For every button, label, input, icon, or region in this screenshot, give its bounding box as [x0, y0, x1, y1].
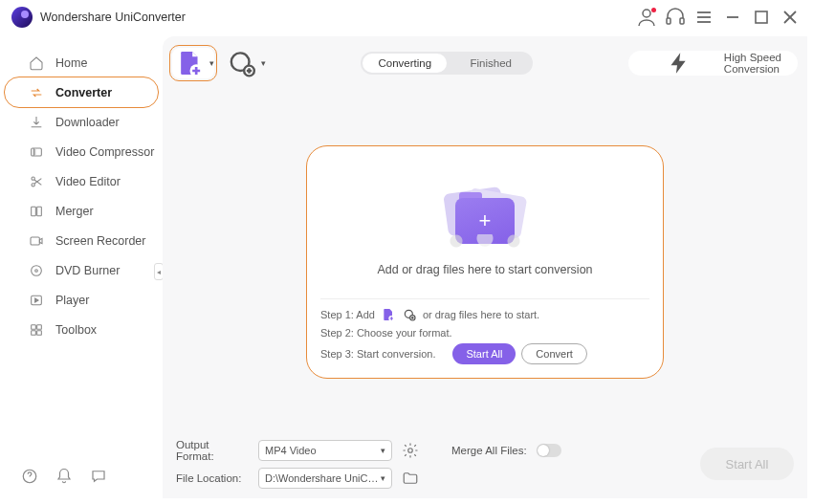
- converter-icon: [29, 85, 44, 100]
- compressor-icon: [29, 144, 44, 160]
- high-speed-label: High Speed Conversion: [724, 52, 786, 75]
- dropzone[interactable]: + Add or drag files here to start conver…: [306, 145, 664, 379]
- svg-rect-20: [37, 324, 42, 329]
- svg-point-30: [408, 449, 413, 453]
- app-title: Wondershare UniConverter: [40, 11, 186, 24]
- help-icon[interactable]: [21, 468, 38, 485]
- menu-icon[interactable]: [692, 6, 715, 29]
- svg-rect-19: [32, 324, 36, 329]
- feedback-icon[interactable]: [90, 468, 107, 485]
- app-logo-icon: [11, 7, 33, 28]
- home-icon: [29, 55, 44, 71]
- sidebar-footer: [0, 468, 163, 504]
- svg-rect-15: [31, 237, 39, 245]
- start-all-button[interactable]: Start All: [700, 448, 794, 480]
- sidebar-item-label: Video Compressor: [55, 145, 154, 159]
- svg-rect-13: [32, 207, 36, 215]
- step-2: Step 2: Choose your format.: [320, 327, 649, 339]
- headset-icon[interactable]: [664, 6, 687, 29]
- file-location-row: File Location: D:\Wondershare UniConvert…: [176, 468, 561, 489]
- output-format-select[interactable]: MP4 Video▾: [258, 440, 392, 461]
- chevron-down-icon: ▾: [381, 446, 385, 455]
- sidebar-item-merger[interactable]: Merger: [8, 196, 155, 226]
- output-format-label: Output Format:: [176, 439, 249, 462]
- add-file-button[interactable]: ▾: [172, 48, 214, 78]
- sidebar-item-player[interactable]: Player: [8, 285, 155, 315]
- dropzone-area[interactable]: + Add or drag files here to start conver…: [320, 164, 649, 298]
- merge-toggle[interactable]: [537, 444, 561, 457]
- step-3-label: Step 3: Start conversion.: [320, 348, 435, 360]
- step-1-prefix: Step 1: Add: [320, 309, 375, 320]
- file-location-select[interactable]: D:\Wondershare UniConverter▾: [258, 468, 392, 489]
- svg-point-0: [643, 10, 650, 17]
- minimize-button[interactable]: [721, 6, 744, 29]
- sidebar-item-home[interactable]: Home: [8, 48, 155, 77]
- sidebar-item-label: Merger: [55, 205, 94, 218]
- toolbox-icon: [29, 322, 44, 338]
- svg-rect-2: [680, 18, 684, 24]
- merge-label: Merge All Files:: [451, 445, 527, 456]
- svg-rect-22: [37, 330, 42, 335]
- file-location-label: File Location:: [176, 472, 249, 484]
- chevron-down-icon: ▾: [261, 58, 266, 68]
- title-bar: Wondershare UniConverter: [0, 0, 813, 34]
- svg-point-24: [190, 64, 203, 77]
- close-button[interactable]: [779, 6, 802, 29]
- sidebar-item-converter[interactable]: Converter: [8, 77, 155, 107]
- svg-rect-10: [32, 148, 42, 156]
- svg-rect-21: [32, 330, 36, 335]
- tab-segment: Converting Finished: [361, 52, 533, 75]
- svg-rect-14: [37, 207, 42, 215]
- add-url-button[interactable]: ▾: [224, 48, 266, 78]
- app-logo-wrap: Wondershare UniConverter: [11, 7, 186, 28]
- recorder-icon: [29, 233, 44, 249]
- svg-point-11: [32, 177, 34, 180]
- svg-rect-7: [756, 11, 767, 23]
- chevron-down-icon: ▾: [381, 473, 385, 483]
- footer-bar: Output Format: MP4 Video▾ Merge All File…: [172, 433, 798, 491]
- sidebar-item-toolbox[interactable]: Toolbox: [8, 315, 155, 344]
- sidebar-item-dvd[interactable]: DVD Burner: [8, 255, 155, 285]
- disc-icon: [29, 263, 44, 278]
- merger-icon: [29, 204, 44, 219]
- add-file-mini-icon[interactable]: [381, 307, 396, 322]
- sidebar-item-label: Toolbox: [55, 323, 97, 337]
- convert-pill[interactable]: Convert: [521, 343, 587, 364]
- maximize-button[interactable]: [750, 6, 773, 29]
- sidebar-item-downloader[interactable]: Downloader: [8, 107, 155, 137]
- sidebar-item-label: DVD Burner: [55, 264, 120, 277]
- sidebar-item-label: Video Editor: [55, 175, 121, 188]
- chevron-down-icon: ▾: [209, 58, 214, 68]
- svg-point-16: [32, 265, 42, 275]
- notification-dot: [651, 8, 656, 12]
- step-3: Step 3: Start conversion. Start All Conv…: [320, 343, 649, 364]
- sidebar-item-label: Downloader: [55, 116, 120, 129]
- tab-converting[interactable]: Converting: [363, 54, 447, 73]
- high-speed-button[interactable]: High Speed Conversion: [628, 51, 798, 76]
- step-1: Step 1: Add or drag files here to start.: [320, 307, 649, 322]
- plus-icon: +: [479, 208, 492, 233]
- start-all-pill[interactable]: Start All: [452, 343, 516, 364]
- toolbar: ▾ ▾ Converting Finished High Speed Conve…: [172, 44, 798, 82]
- add-url-mini-icon[interactable]: [402, 307, 417, 322]
- svg-point-17: [35, 269, 38, 272]
- bell-icon[interactable]: [55, 468, 73, 485]
- sidebar-item-label: Home: [55, 56, 87, 70]
- folder-illustration: +: [442, 186, 528, 246]
- sidebar-item-compressor[interactable]: Video Compressor: [8, 137, 155, 166]
- sidebar-item-recorder[interactable]: Screen Recorder: [8, 226, 155, 255]
- step-1-suffix: or drag files here to start.: [423, 309, 539, 320]
- scissors-icon: [29, 174, 44, 189]
- svg-rect-1: [667, 18, 670, 24]
- tab-finished[interactable]: Finished: [449, 52, 533, 75]
- output-format-row: Output Format: MP4 Video▾ Merge All File…: [176, 439, 561, 462]
- play-icon: [29, 293, 44, 308]
- open-folder-icon[interactable]: [402, 470, 419, 487]
- svg-point-12: [32, 183, 34, 186]
- dropzone-message: Add or drag files here to start conversi…: [377, 263, 592, 276]
- account-icon[interactable]: [635, 6, 658, 29]
- download-icon: [29, 115, 44, 130]
- dropzone-steps: Step 1: Add or drag files here to start.…: [320, 298, 649, 364]
- settings-gear-icon[interactable]: [402, 442, 419, 459]
- sidebar-item-editor[interactable]: Video Editor: [8, 166, 155, 196]
